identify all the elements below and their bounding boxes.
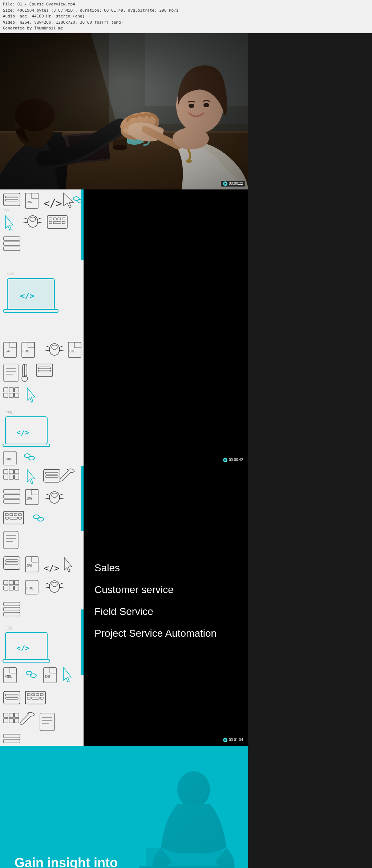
svg-rect-205 bbox=[146, 848, 223, 868]
svg-text:</>: </> bbox=[20, 291, 35, 300]
list-item-customer-service: Customer service bbox=[94, 584, 237, 596]
svg-text:EXE: EXE bbox=[45, 675, 50, 679]
svg-text:</>: </> bbox=[44, 563, 59, 573]
svg-text:JPG: JPG bbox=[5, 350, 10, 353]
teal-bar-2 bbox=[81, 466, 84, 531]
tech-icons-svg-1: HDD JPG </> bbox=[0, 189, 84, 466]
list-section: JPG bbox=[0, 466, 248, 746]
teal-text-block: Gain insight into your customers bbox=[15, 855, 124, 868]
file-info-line4: Video: h264, yuv420p, 1280x720, 30.00 fp… bbox=[3, 20, 369, 26]
svg-text:</>: </> bbox=[16, 428, 29, 437]
svg-point-203 bbox=[177, 771, 210, 808]
svg-text:JPG: JPG bbox=[27, 497, 32, 500]
play-icon-3 bbox=[223, 738, 227, 742]
svg-text:JPG: JPG bbox=[27, 201, 32, 204]
teal-section: Gain insight into your customers 00:01:2… bbox=[0, 746, 248, 868]
svg-text:</>: </> bbox=[44, 197, 62, 209]
svg-text:HTML: HTML bbox=[23, 350, 29, 353]
svg-text:JPG: JPG bbox=[27, 564, 32, 568]
middle-section: HDD JPG </> bbox=[0, 189, 248, 466]
svg-rect-29 bbox=[0, 189, 84, 466]
tech-icons-svg-2: JPG bbox=[0, 466, 84, 746]
file-info-line5: Generated by Thumbnail me bbox=[3, 25, 369, 32]
file-info-bar: File: 01 - Course Overview.mp4 Size: 406… bbox=[0, 0, 372, 33]
handshake-scene bbox=[0, 33, 248, 189]
video-thumbnail-2: 00:00:42 bbox=[84, 189, 248, 466]
list-item-project-service: Project Service Automation bbox=[94, 628, 237, 639]
play-icon-2 bbox=[223, 458, 227, 462]
svg-text:CSS: CSS bbox=[5, 626, 12, 630]
file-info-line1: File: 01 - Course Overview.mp4 bbox=[3, 1, 369, 8]
tech-pattern-sidebar-1: HDD JPG </> bbox=[0, 189, 84, 466]
svg-text:CSS: CSS bbox=[5, 411, 12, 415]
svg-text:CSS: CSS bbox=[7, 272, 14, 276]
svg-text:</>: </> bbox=[16, 644, 29, 652]
timestamp-1: 00:00:22 bbox=[221, 181, 245, 187]
timestamp-3: 00:01:04 bbox=[221, 737, 245, 743]
file-info-line3: Audio: aac, 44100 Hz, stereo (eng) bbox=[3, 13, 369, 20]
teal-headline: Gain insight into your customers bbox=[15, 855, 124, 868]
play-icon-1 bbox=[223, 181, 227, 186]
svg-text:HTML: HTML bbox=[27, 587, 33, 590]
list-content-area: Sales Customer service Field Service Pro… bbox=[84, 466, 248, 746]
timestamp-2: 00:00:42 bbox=[221, 457, 245, 463]
tech-pattern-sidebar-2: JPG bbox=[0, 466, 84, 746]
svg-rect-28 bbox=[0, 33, 248, 189]
person-silhouette bbox=[121, 746, 248, 868]
teal-bar-3 bbox=[81, 609, 84, 675]
list-item-sales: Sales bbox=[94, 562, 237, 574]
svg-text:EXE: EXE bbox=[69, 350, 75, 353]
svg-text:HTML: HTML bbox=[5, 458, 12, 461]
teal-bar-top bbox=[81, 189, 84, 260]
svg-text:HTML: HTML bbox=[5, 675, 12, 679]
list-item-field-service: Field Service bbox=[94, 606, 237, 617]
svg-text:HDD: HDD bbox=[4, 208, 9, 211]
video-thumbnail-1: 00:00:22 bbox=[0, 33, 248, 189]
file-info-line2: Size: 4061984 bytes (3.87 MiB), duration… bbox=[3, 8, 369, 14]
